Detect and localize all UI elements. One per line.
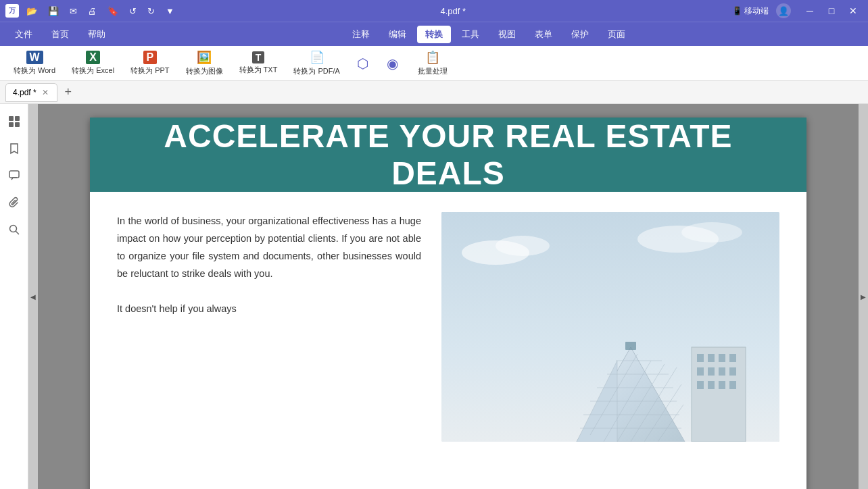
app-logo: 万 bbox=[5, 4, 19, 18]
convert-excel-btn[interactable]: X 转换为 Excel bbox=[65, 48, 121, 78]
sidebar-comment-icon[interactable] bbox=[3, 165, 25, 186]
tab-close-btn[interactable]: ✕ bbox=[41, 88, 50, 97]
tab-label: 4.pdf * bbox=[13, 88, 37, 97]
window-controls: 📱 移动端 👤 ─ □ ✕ bbox=[729, 3, 863, 18]
collapse-left-btn[interactable]: ◀ bbox=[28, 104, 38, 489]
collapse-right-btn[interactable]: ▶ bbox=[859, 104, 868, 489]
minimize-btn[interactable]: ─ bbox=[800, 3, 819, 18]
svg-point-10 bbox=[681, 222, 742, 242]
more-icon-1: ⬡ bbox=[357, 55, 368, 72]
window-title: 4.pdf * bbox=[178, 6, 729, 16]
title-bar: 万 📂 💾 ✉ 🖨 🔖 ↺ ↻ ▼ 4.pdf * 📱 移动端 👤 ─ □ ✕ bbox=[0, 0, 868, 22]
menu-help[interactable]: 帮助 bbox=[80, 26, 114, 43]
convert-word-label: 转换为 Word bbox=[14, 66, 55, 76]
toolbar: W 转换为 Word X 转换为 Excel P 转换为 PPT 🖼️ 转换为图… bbox=[0, 46, 868, 81]
pdf-viewer[interactable]: ACCELERATE YOUR REAL ESTATE DEALS In the… bbox=[38, 104, 859, 489]
word-icon: W bbox=[26, 51, 43, 64]
menu-tools[interactable]: 工具 bbox=[454, 26, 487, 43]
pdf-header-title: ACCELERATE YOUR REAL ESTATE DEALS bbox=[110, 118, 786, 192]
pdf-page-content: ACCELERATE YOUR REAL ESTATE DEALS In the… bbox=[90, 118, 806, 489]
convert-img-label: 转换为图像 bbox=[186, 66, 223, 76]
img-icon: 🖼️ bbox=[197, 50, 212, 65]
menu-protect[interactable]: 保护 bbox=[563, 26, 597, 43]
menu-file[interactable]: 文件 bbox=[7, 26, 41, 43]
print-btn[interactable]: 🖨 bbox=[85, 5, 100, 18]
svg-rect-0 bbox=[9, 116, 14, 121]
title-bar-left: 万 📂 💾 ✉ 🖨 🔖 ↺ ↻ ▼ bbox=[5, 4, 178, 18]
svg-rect-30 bbox=[729, 354, 736, 362]
svg-rect-36 bbox=[708, 381, 715, 389]
convert-ppt-btn[interactable]: P 转换为 PPT bbox=[124, 48, 176, 78]
sidebar-attachment-icon[interactable] bbox=[3, 192, 25, 213]
convert-img-btn[interactable]: 🖼️ 转换为图像 bbox=[179, 47, 230, 79]
convert-txt-btn[interactable]: T 转换为 TXT bbox=[233, 49, 285, 78]
svg-rect-1 bbox=[15, 116, 20, 121]
mark-btn[interactable]: 🔖 bbox=[104, 5, 122, 18]
convert-word-btn[interactable]: W 转换为 Word bbox=[7, 48, 62, 78]
svg-rect-33 bbox=[719, 367, 725, 376]
close-btn[interactable]: ✕ bbox=[844, 3, 863, 18]
undo-btn[interactable]: ↺ bbox=[126, 5, 140, 18]
convert-excel-label: 转换为 Excel bbox=[72, 66, 114, 76]
menu-home[interactable]: 首页 bbox=[43, 26, 77, 43]
convert-ppt-label: 转换为 PPT bbox=[130, 66, 169, 76]
txt-icon: T bbox=[252, 51, 265, 63]
sidebar-bookmark-icon[interactable] bbox=[3, 138, 25, 159]
svg-rect-32 bbox=[708, 367, 715, 376]
batch-label: 批量处理 bbox=[418, 66, 448, 76]
account-btn[interactable]: 👤 bbox=[776, 3, 791, 18]
menu-convert[interactable]: 转换 bbox=[417, 26, 451, 43]
ppt-icon: P bbox=[143, 51, 158, 64]
excel-icon: X bbox=[86, 51, 100, 64]
svg-rect-27 bbox=[697, 354, 704, 362]
more-btn-2[interactable]: ◉ bbox=[379, 53, 406, 74]
batch-icon: 📋 bbox=[425, 50, 440, 65]
mobile-btn[interactable]: 📱 移动端 bbox=[729, 4, 772, 18]
pdf-body: In the world of business, your organizat… bbox=[90, 192, 806, 455]
main-area: ◀ ACCELERATE YOUR REAL ESTATE DEALS In t… bbox=[0, 104, 868, 489]
pdfa-icon: 📄 bbox=[310, 50, 324, 65]
left-sidebar bbox=[0, 104, 28, 489]
open-folder-btn[interactable]: 📂 bbox=[23, 5, 41, 18]
svg-rect-2 bbox=[9, 122, 14, 127]
svg-rect-28 bbox=[708, 354, 715, 362]
svg-point-8 bbox=[496, 236, 550, 256]
more-icon-2: ◉ bbox=[387, 55, 398, 72]
pdf-text-content: In the world of business, your organizat… bbox=[117, 212, 421, 442]
svg-rect-37 bbox=[719, 381, 725, 389]
svg-rect-25 bbox=[625, 342, 636, 350]
convert-pdfa-label: 转换为 PDF/A bbox=[293, 66, 339, 76]
menu-form[interactable]: 表单 bbox=[527, 26, 560, 43]
menu-annotate[interactable]: 注释 bbox=[344, 26, 378, 43]
pdf-header-banner: ACCELERATE YOUR REAL ESTATE DEALS bbox=[90, 118, 806, 192]
extra-btn[interactable]: ▼ bbox=[162, 5, 178, 18]
svg-rect-3 bbox=[15, 122, 20, 127]
batch-process-btn[interactable]: 📋 批量处理 bbox=[409, 47, 456, 79]
tab-bar: 4.pdf * ✕ + bbox=[0, 81, 868, 104]
menu-bar: 文件 首页 帮助 注释 编辑 转换 工具 视图 表单 保护 页面 bbox=[0, 22, 868, 46]
email-btn[interactable]: ✉ bbox=[66, 5, 80, 18]
menu-view[interactable]: 视图 bbox=[490, 26, 524, 43]
svg-rect-34 bbox=[729, 367, 736, 376]
save-btn[interactable]: 💾 bbox=[45, 5, 62, 18]
sidebar-search-icon[interactable] bbox=[3, 219, 25, 240]
convert-txt-label: 转换为 TXT bbox=[239, 65, 278, 75]
sidebar-thumbnail-icon[interactable] bbox=[3, 111, 25, 132]
more-btn-1[interactable]: ⬡ bbox=[349, 53, 377, 74]
pdf-building-image bbox=[441, 212, 779, 442]
maximize-btn[interactable]: □ bbox=[822, 3, 841, 18]
tab-add-btn[interactable]: + bbox=[60, 84, 76, 101]
convert-pdfa-btn[interactable]: 📄 转换为 PDF/A bbox=[287, 47, 346, 79]
svg-rect-4 bbox=[9, 171, 19, 178]
svg-rect-35 bbox=[697, 381, 704, 389]
tab-main[interactable]: 4.pdf * ✕ bbox=[5, 83, 57, 102]
svg-rect-38 bbox=[729, 381, 736, 389]
svg-rect-31 bbox=[697, 367, 704, 376]
svg-rect-29 bbox=[719, 354, 725, 362]
menu-edit[interactable]: 编辑 bbox=[381, 26, 414, 43]
redo-btn[interactable]: ↻ bbox=[144, 5, 158, 18]
menu-pages[interactable]: 页面 bbox=[600, 26, 633, 43]
